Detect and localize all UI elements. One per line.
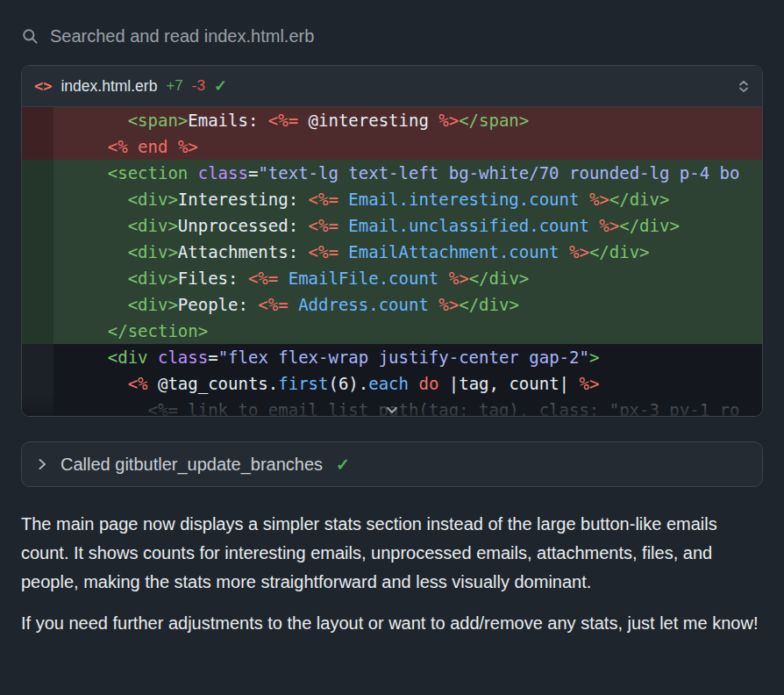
diff-line-added: <section class="text-lg text-left bg-whi… [22,160,762,186]
diff-line-gutter [22,291,53,318]
diff-line-context: <% @tag_counts.first(6).each do |tag, co… [22,370,762,397]
search-icon [21,27,39,45]
tool-call-label: Called gitbutler_update_branches [61,455,323,475]
tool-status-text: Searched and read index.html.erb [50,26,314,47]
diff-line-removed: <% end %> [22,133,762,160]
diff-code-area[interactable]: <span>Emails: <%= @interesting %></span>… [22,107,762,416]
diff-line-gutter [22,397,53,416]
tool-call-row[interactable]: Called gitbutler_update_branches ✓ [21,441,763,487]
expand-collapse-icon[interactable] [738,79,750,94]
diff-code-lines: <span>Emails: <%= @interesting %></span>… [22,107,762,416]
diff-line-gutter [22,160,53,186]
diff-line-added: <div>People: <%= Address.count %></div> [22,291,762,318]
diff-line-gutter [22,133,53,160]
diff-line-gutter [22,265,53,291]
assistant-message-paragraph: The main page now displays a simpler sta… [21,510,763,597]
diff-line-added: <div>Files: <%= EmailFile.count %></div> [22,265,762,291]
diff-line-gutter [22,186,53,212]
scroll-down-icon[interactable] [385,405,400,415]
code-diff-panel: <> index.html.erb +7 -3 ✓ <span>Emails: … [21,65,763,417]
diff-line-gutter [22,212,53,239]
chevron-right-icon [37,457,47,471]
diff-line-added: <div>Unprocessed: <%= Email.unclassified… [22,212,762,239]
diff-line-gutter [22,107,53,133]
diff-line-gutter [22,318,53,344]
diff-filename: index.html.erb [61,77,157,96]
chat-transcript: Searched and read index.html.erb <> inde… [0,0,784,638]
diff-line-gutter [22,344,53,370]
diff-line-gutter [22,370,53,397]
diff-additions-count: +7 [166,77,182,95]
assistant-message-paragraph: If you need further adjustments to the l… [21,609,763,638]
diff-line-added: </section> [22,318,762,344]
tool-status-row: Searched and read index.html.erb [21,25,763,47]
diff-deletions-count: -3 [192,77,205,95]
diff-line-added: <div>Attachments: <%= EmailAttachment.co… [22,239,762,265]
diff-line-context: <div class="flex flex-wrap justify-cente… [22,344,762,370]
code-icon: <> [34,77,52,95]
diff-line-added: <div>Interesting: <%= Email.interesting.… [22,186,762,212]
success-check-icon: ✓ [214,76,227,96]
diff-line-removed: <span>Emails: <%= @interesting %></span> [22,107,762,133]
diff-header[interactable]: <> index.html.erb +7 -3 ✓ [22,66,762,107]
diff-line-gutter [22,239,53,265]
success-check-icon: ✓ [336,455,350,475]
